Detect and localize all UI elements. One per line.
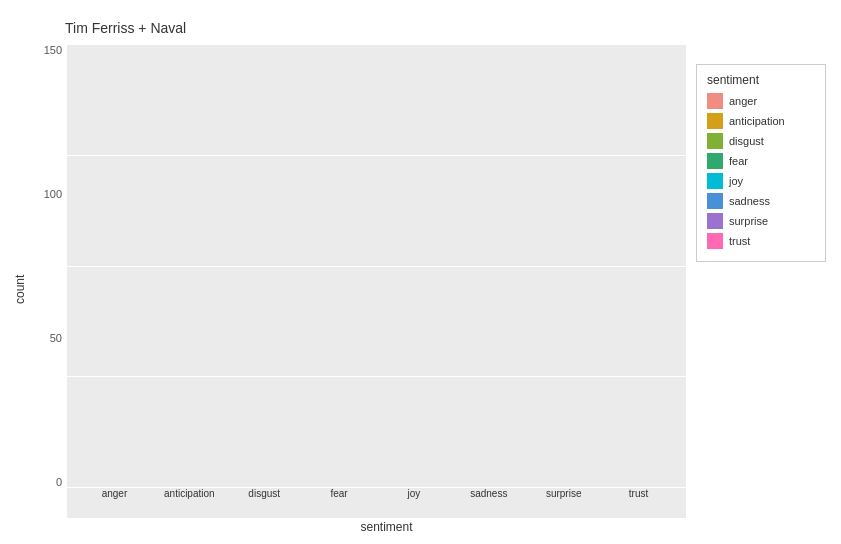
legend-item-fear: fear [707, 153, 815, 169]
legend-item-anticipation: anticipation [707, 113, 815, 129]
legend-label-sadness: sadness [729, 195, 770, 207]
y-tick: 0 [56, 476, 62, 488]
legend-label-anger: anger [729, 95, 757, 107]
y-ticks: 150100500 [32, 44, 67, 518]
legend-swatch-joy [707, 173, 723, 189]
legend-swatch-anticipation [707, 113, 723, 129]
x-axis-title: sentiment [87, 520, 686, 534]
y-tick: 100 [44, 188, 62, 200]
y-tick: 50 [50, 332, 62, 344]
chart-plot-area: 150100500 angeranticipationdisgustfearjo… [32, 44, 686, 534]
legend-swatch-fear [707, 153, 723, 169]
plot-with-yaxis: 150100500 angeranticipationdisgustfearjo… [32, 44, 686, 518]
legend-title: sentiment [707, 73, 815, 87]
chart-container: Tim Ferriss + Naval count 150100500 ange [0, 0, 841, 544]
legend-label-surprise: surprise [729, 215, 768, 227]
plot-grid: angeranticipationdisgustfearjoysadnesssu… [67, 44, 686, 518]
legend-item-surprise: surprise [707, 213, 815, 229]
chart-title: Tim Ferriss + Naval [65, 20, 831, 36]
x-label-fear: fear [302, 488, 377, 499]
legend-label-anticipation: anticipation [729, 115, 785, 127]
x-label-anticipation: anticipation [152, 488, 227, 499]
legend-label-fear: fear [729, 155, 748, 167]
legend-swatch-sadness [707, 193, 723, 209]
legend-item-joy: joy [707, 173, 815, 189]
x-label-joy: joy [377, 488, 452, 499]
legend-item-disgust: disgust [707, 133, 815, 149]
x-label-trust: trust [601, 488, 676, 499]
x-label-disgust: disgust [227, 488, 302, 499]
x-label-sadness: sadness [451, 488, 526, 499]
y-tick: 150 [44, 44, 62, 56]
x-label-surprise: surprise [526, 488, 601, 499]
legend: sentiment angeranticipationdisgustfearjo… [696, 64, 826, 262]
legend-item-sadness: sadness [707, 193, 815, 209]
legend-label-joy: joy [729, 175, 743, 187]
legend-label-disgust: disgust [729, 135, 764, 147]
legend-item-anger: anger [707, 93, 815, 109]
legend-label-trust: trust [729, 235, 750, 247]
legend-swatch-surprise [707, 213, 723, 229]
legend-swatch-anger [707, 93, 723, 109]
legend-swatch-trust [707, 233, 723, 249]
bars-area [67, 44, 686, 488]
chart-body: count 150100500 angeranticipationdisgust… [10, 44, 831, 534]
legend-item-trust: trust [707, 233, 815, 249]
legend-swatch-disgust [707, 133, 723, 149]
y-axis-label: count [10, 44, 30, 534]
x-label-anger: anger [77, 488, 152, 499]
x-labels: angeranticipationdisgustfearjoysadnesssu… [67, 488, 686, 516]
